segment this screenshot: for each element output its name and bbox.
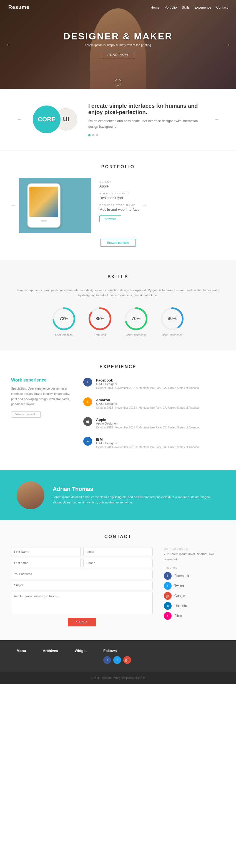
experience-left: Work experience Specialties: User experi…: [11, 378, 72, 457]
skill-ring-1: 73%: [51, 306, 76, 331]
social-facebook: f Facebook: [164, 572, 225, 580]
facebook-label: Facebook: [174, 574, 189, 578]
footer-social-icons: f t g+: [103, 656, 131, 664]
message-textarea[interactable]: [11, 592, 153, 614]
ibm-company: IBM: [96, 437, 199, 441]
dot-1[interactable]: [88, 134, 90, 136]
contact-inner: SEND OUR ADDRESS 722 Lorem ipsum dolor, …: [11, 548, 225, 626]
contact-info: OUR ADDRESS 722 Lorem ipsum dolor, sit a…: [164, 548, 225, 626]
ibm-role: UX/UI Designer: [96, 441, 199, 445]
linkedin-button[interactable]: View on LinkedIn: [11, 411, 40, 417]
project-label: PROJECT TYPE NAME: [99, 204, 140, 207]
main-nav: Resume Home Portfolio Skills Experience …: [0, 4, 236, 10]
experience-section: EXPERIENCE Work experience Specialties: …: [0, 350, 236, 470]
client-label: CLIENT: [99, 181, 140, 183]
form-row-3: [11, 570, 153, 578]
experience-title: EXPERIENCE: [11, 364, 225, 369]
dot-2[interactable]: [92, 134, 94, 136]
about-prev-arrow[interactable]: ←: [17, 117, 22, 122]
firstname-input[interactable]: [11, 548, 81, 556]
footer-nav: Menu Archives Widget Follows f t g+: [0, 640, 236, 672]
work-experience-title: Work experience: [11, 378, 72, 383]
footer-google-icon[interactable]: g+: [123, 656, 131, 664]
footer-follows-col: Follows f t g+: [103, 649, 131, 664]
skills-title: SKILLS: [17, 274, 219, 279]
nav-home[interactable]: Home: [151, 5, 160, 9]
social-google: g+ Google+: [164, 592, 225, 600]
ibm-content: IBM UX/UI Designer October 2013 - Novemb…: [96, 437, 199, 449]
role-value: Designer Lead: [99, 196, 140, 200]
about-circles: CORE UI: [33, 103, 77, 136]
apple-company: Apple: [96, 417, 199, 422]
hero-title: DESIGNER & MAKER: [63, 31, 173, 42]
skill-user-experience-2: 40% User Experience: [160, 306, 185, 337]
footer-twitter-icon[interactable]: t: [113, 656, 121, 664]
skills-section: SKILLS I am an experienced and passionat…: [0, 260, 236, 350]
experience-inner: Work experience Specialties: User experi…: [11, 378, 225, 457]
nav-skills[interactable]: Skills: [182, 5, 189, 9]
nav-portfolio[interactable]: Portfolio: [165, 5, 177, 9]
about-next-arrow[interactable]: →: [214, 117, 219, 122]
experience-timeline: f Facebook UX/UI Designer October 2013 -…: [83, 378, 225, 457]
skill-label-2: Front-end: [87, 334, 113, 337]
flickr-icon[interactable]: fl: [164, 612, 172, 620]
ibm-dot: IBM: [83, 437, 92, 446]
portfolio-image: [19, 178, 91, 233]
skill-ring-4: 40%: [160, 306, 185, 331]
skill-user-interface: 73% User Interface: [51, 306, 76, 337]
nav-experience[interactable]: Experience: [195, 5, 211, 9]
skill-label-3: User Experience: [123, 334, 149, 337]
social-linkedin: in LinkedIn: [164, 602, 225, 610]
timeline-item-apple: Apple Apple Designer October 2013 - Nove…: [83, 417, 225, 429]
facebook-icon[interactable]: f: [164, 572, 172, 580]
browse-portfolio-button[interactable]: Browse portfolio: [100, 239, 136, 247]
linkedin-icon[interactable]: in: [164, 602, 172, 610]
project-value: Mobile and web interface: [99, 208, 140, 212]
email-input[interactable]: [83, 548, 153, 556]
timeline-item-amazon: a Amazon UX/UI Designer October 2013 - N…: [83, 397, 225, 409]
apple-dot: [83, 417, 92, 426]
nav-contact[interactable]: Contact: [216, 5, 228, 9]
apple-content: Apple Apple Designer October 2013 - Nove…: [96, 417, 199, 429]
twitter-icon[interactable]: t: [164, 582, 172, 590]
footer-widget-title: Widget: [75, 649, 87, 653]
footer-menu-title: Menu: [17, 649, 26, 653]
address-label: OUR ADDRESS: [164, 548, 225, 550]
dot-3[interactable]: [96, 134, 98, 136]
facebook-role: UX/UI Designer: [96, 382, 199, 386]
send-button[interactable]: SEND: [68, 618, 96, 626]
skill-pct-2: 85%: [95, 316, 105, 321]
profile-text: Adrian Thomas Lorem ipsum dolor sit amet…: [53, 486, 219, 505]
hero-prev-arrow[interactable]: ←: [5, 41, 11, 48]
timeline-item-facebook: f Facebook UX/UI Designer October 2013 -…: [83, 378, 225, 390]
work-experience-desc: Specialties: User experience design, use…: [11, 386, 72, 407]
apple-role: Apple Designer: [96, 422, 199, 425]
portfolio-browser-button[interactable]: Browser: [99, 215, 121, 222]
hero-scroll-indicator[interactable]: ↓: [115, 79, 121, 86]
portfolio-section: PORTFOLIO ← CLIENT Apple ROLE IN PROJECT…: [0, 151, 236, 260]
footer-archives-col: Archives: [43, 649, 58, 664]
facebook-company: Facebook: [96, 378, 199, 382]
portfolio-next-arrow[interactable]: →: [142, 203, 147, 208]
client-value: Apple: [99, 184, 140, 188]
google-icon[interactable]: g+: [164, 592, 172, 600]
form-row-4: [11, 581, 153, 589]
skill-user-experience: 70% User Experience: [123, 306, 149, 337]
footer-follows-title: Follows: [103, 649, 131, 653]
hero-read-now-button[interactable]: READ NOW: [101, 51, 135, 58]
amazon-date: October 2013 - November 2013 © Montebell…: [96, 406, 199, 409]
hero-next-arrow[interactable]: →: [225, 41, 231, 48]
footer-facebook-icon[interactable]: f: [103, 656, 111, 664]
address-input[interactable]: [11, 570, 153, 578]
about-section: ← CORE UI I create simple interfaces for…: [0, 89, 236, 151]
skill-frontend: 85% Front-end: [87, 306, 113, 337]
hero-content: DESIGNER & MAKER Lorem ipsum is simply d…: [63, 31, 173, 58]
phone-input[interactable]: [83, 559, 153, 567]
portfolio-prev-arrow[interactable]: ←: [11, 203, 16, 208]
about-pagination: [88, 134, 203, 136]
form-row-2: [11, 559, 153, 567]
lastname-input[interactable]: [11, 559, 81, 567]
subject-input[interactable]: [11, 581, 153, 589]
hero-section: Resume Home Portfolio Skills Experience …: [0, 0, 236, 89]
skills-circles: 73% User Interface 85% Front-end 70%: [17, 306, 219, 337]
